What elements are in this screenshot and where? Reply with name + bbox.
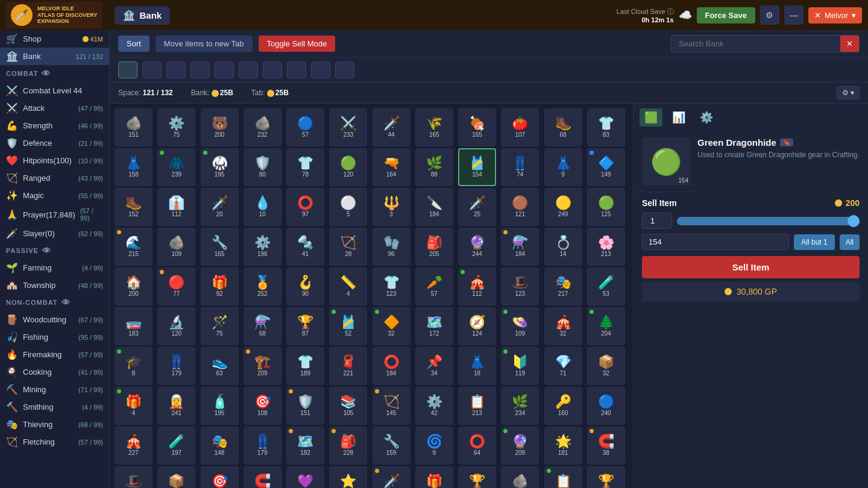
item-cell[interactable]: 🏆73 <box>458 466 496 488</box>
item-cell[interactable]: 🥕57 <box>415 267 453 305</box>
item-cell[interactable]: 🎁4 <box>115 387 153 425</box>
sidebar-item-township[interactable]: 🏘️ Township (48 / 99) <box>0 277 109 294</box>
item-cell[interactable]: 🗡️225 <box>373 466 410 488</box>
item-cell[interactable]: 🎩65 <box>115 466 153 488</box>
item-cell[interactable]: 🎪32 <box>544 307 582 345</box>
item-cell[interactable]: 🎒205 <box>415 228 453 266</box>
sell-item-button[interactable]: Sell Item <box>642 256 860 278</box>
item-cell[interactable]: 🧝241 <box>157 387 195 425</box>
item-cell[interactable]: 🔴77 <box>157 267 195 305</box>
item-cell[interactable]: ⚙️196 <box>244 228 281 266</box>
item-cell[interactable]: 🧪53 <box>587 267 625 305</box>
item-cell[interactable]: 🪄75 <box>201 307 239 345</box>
item-cell[interactable]: 🧲38 <box>587 427 625 465</box>
item-cell[interactable]: 🏆87 <box>286 307 324 345</box>
item-cell[interactable]: 🔬120 <box>157 307 195 345</box>
item-cell[interactable]: 🗡️44 <box>373 108 410 146</box>
item-cell[interactable]: 🌾165 <box>415 108 453 146</box>
bank-tab-3[interactable] <box>190 61 210 78</box>
item-cell[interactable]: 👗9 <box>544 148 582 186</box>
item-cell[interactable]: 👕123 <box>373 267 410 305</box>
sidebar-item-smithing[interactable]: 🔨 Smithing (4 / 99) <box>0 398 109 416</box>
item-cell[interactable]: 🔧165 <box>201 228 239 266</box>
item-cell[interactable]: 🎁98 <box>415 466 453 488</box>
item-cell[interactable]: 🧤96 <box>373 228 410 266</box>
item-cell[interactable]: 🪝90 <box>286 267 324 305</box>
sidebar-item-prayer[interactable]: 🙏 Prayer(17,848) (57 / 99) <box>0 204 109 225</box>
item-cell[interactable]: 🧣221 <box>329 347 367 385</box>
item-cell[interactable]: ⚙️75 <box>157 108 195 146</box>
item-cell[interactable]: 🎭217 <box>544 267 582 305</box>
sidebar-item-fishing[interactable]: 🎣 Fishing (95 / 99) <box>0 328 109 346</box>
search-clear-button[interactable]: ✕ <box>840 36 859 52</box>
item-cell[interactable]: 🗡️20 <box>201 188 239 226</box>
item-cell[interactable]: 🔪184 <box>415 188 453 226</box>
item-cell[interactable]: 🪨64 <box>501 466 539 488</box>
item-cell[interactable]: 🗺️182 <box>286 427 324 465</box>
sell-qty-input[interactable] <box>642 213 672 229</box>
item-cell[interactable]: 👕83 <box>587 108 625 146</box>
sell-tab-chart-button[interactable]: 📊 <box>667 108 690 127</box>
sidebar-item-firemaking[interactable]: 🔥 Firemaking (57 / 99) <box>0 346 109 363</box>
item-cell[interactable]: 🔵240 <box>587 387 625 425</box>
bank-tab-2[interactable] <box>166 61 186 78</box>
item-cell[interactable]: 🎽154 <box>458 148 496 186</box>
item-cell[interactable]: 🏅252 <box>244 267 281 305</box>
sidebar-item-fletching[interactable]: 🏹 Fletching (57 / 99) <box>0 433 109 451</box>
item-cell[interactable]: 🏹28 <box>329 228 367 266</box>
item-cell[interactable]: ⭕184 <box>373 347 410 385</box>
item-cell[interactable]: 🔮209 <box>501 427 539 465</box>
item-cell[interactable]: 🎁92 <box>201 267 239 305</box>
sidebar-item-ranged[interactable]: 🏹 Ranged (43 / 99) <box>0 169 109 187</box>
profile-button[interactable]: ✕ Melvor ▾ <box>808 7 862 23</box>
item-cell[interactable]: 🪨232 <box>244 108 281 146</box>
sidebar-item-shop[interactable]: 🛒 Shop 41M <box>0 30 109 48</box>
sidebar-item-mining[interactable]: ⛏️ Mining (71 / 99) <box>0 381 109 398</box>
item-cell[interactable]: 🛡️80 <box>244 148 281 186</box>
item-cell[interactable]: 🎭148 <box>201 427 239 465</box>
bank-tab-7[interactable] <box>287 61 306 78</box>
item-cell[interactable]: 🔮244 <box>458 228 496 266</box>
item-cell[interactable]: 🧪197 <box>157 427 195 465</box>
item-cell[interactable]: ⚗️68 <box>244 307 281 345</box>
item-cell[interactable]: 🔱3 <box>373 188 410 226</box>
item-cell[interactable]: 🎪112 <box>458 267 496 305</box>
item-cell[interactable]: 📚105 <box>329 387 367 425</box>
item-cell[interactable]: 👖179 <box>244 427 281 465</box>
item-cell[interactable]: 🪨109 <box>157 228 195 266</box>
item-cell[interactable]: 🌸213 <box>587 228 625 266</box>
item-cell[interactable]: 👗18 <box>458 347 496 385</box>
item-cell[interactable]: 👟63 <box>201 347 239 385</box>
item-cell[interactable]: 👖179 <box>157 347 195 385</box>
item-cell[interactable]: 🔵57 <box>286 108 324 146</box>
item-cell[interactable]: 🌲204 <box>587 307 625 345</box>
bank-tab-8[interactable] <box>311 61 330 78</box>
item-cell[interactable]: 🟢120 <box>329 148 367 186</box>
sidebar-item-hitpoints[interactable]: ❤️ Hitpoints(100) (10 / 99) <box>0 152 109 169</box>
item-cell[interactable]: 🎯61 <box>201 466 239 488</box>
sell-tab-gear-button[interactable]: ⚙️ <box>695 108 718 127</box>
item-cell[interactable]: 💧10 <box>244 188 281 226</box>
item-cell[interactable]: 🧫183 <box>115 307 153 345</box>
item-cell[interactable]: 🔷149 <box>587 148 625 186</box>
settings-button[interactable]: ⚙ <box>760 5 779 25</box>
item-cell[interactable]: 🧭124 <box>458 307 496 345</box>
item-cell[interactable]: 🗡️25 <box>458 188 496 226</box>
item-cell[interactable]: 🏹145 <box>373 387 410 425</box>
sidebar-item-woodcutting[interactable]: 🪵 Woodcutting (67 / 99) <box>0 311 109 328</box>
bank-tab-9[interactable] <box>335 61 354 78</box>
bank-tab[interactable]: 🏦 Bank <box>115 6 171 25</box>
item-cell[interactable]: 🟤121 <box>501 188 539 226</box>
sort-button[interactable]: Sort <box>118 36 149 52</box>
item-cell[interactable]: ⭕64 <box>458 427 496 465</box>
item-cell[interactable]: 👖74 <box>501 148 539 186</box>
item-cell[interactable]: ⚗️184 <box>501 228 539 266</box>
sidebar-item-magic[interactable]: ✨ Magic (55 / 99) <box>0 187 109 204</box>
item-cell[interactable]: 🥾152 <box>115 188 153 226</box>
item-cell[interactable]: 💎71 <box>544 347 582 385</box>
item-cell[interactable]: 🔫164 <box>373 148 410 186</box>
sidebar-item-cooking[interactable]: 🍳 Cooking (41 / 99) <box>0 363 109 381</box>
item-cell[interactable]: 👔112 <box>157 188 195 226</box>
item-cell[interactable]: 🌿234 <box>501 387 539 425</box>
bank-tab-4[interactable] <box>215 61 234 78</box>
